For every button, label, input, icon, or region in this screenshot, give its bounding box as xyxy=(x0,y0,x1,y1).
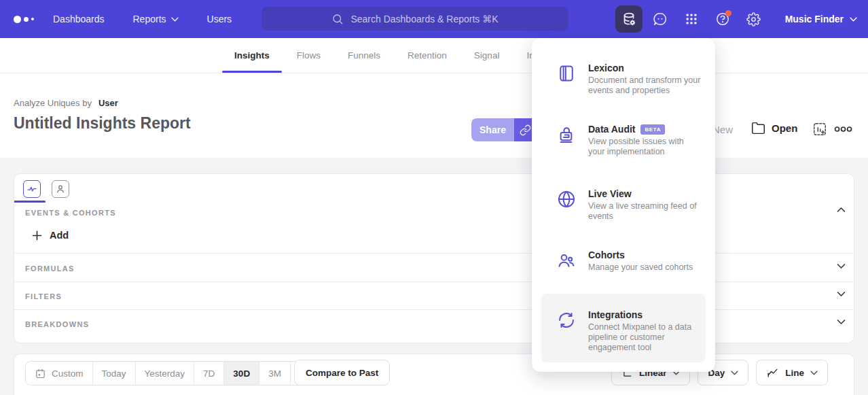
project-switcher[interactable]: Music Finder xyxy=(785,14,857,24)
menu-item-title: Lexicon xyxy=(588,63,701,73)
compare-to-past-button[interactable]: Compare to Past xyxy=(294,360,390,385)
query-builder-card: EVENTS & COHORTS Add FORMULAS FILTERS BR… xyxy=(14,173,854,343)
metrics-chart-icon xyxy=(26,183,38,195)
chevron-down-icon xyxy=(837,291,846,297)
nav-reports[interactable]: Reports xyxy=(133,14,179,24)
audit-lock-icon xyxy=(557,124,576,157)
range-30d[interactable]: 30D xyxy=(224,362,259,385)
more-options-button[interactable] xyxy=(834,126,852,133)
menu-item-description: View possible issues with your implement… xyxy=(588,137,701,157)
nav-dashboards[interactable]: Dashboards xyxy=(53,14,105,24)
add-to-dashboard-button[interactable] xyxy=(812,122,827,137)
search-icon xyxy=(331,13,344,25)
help-button[interactable] xyxy=(709,5,736,33)
open-label: Open xyxy=(772,122,797,134)
plus-icon xyxy=(32,230,42,241)
range-custom[interactable]: Custom xyxy=(26,362,93,385)
more-dots-icon xyxy=(834,126,852,133)
formulas-header: FORMULAS xyxy=(25,264,75,273)
events-cohorts-header: EVENTS & COHORTS xyxy=(25,209,116,217)
person-icon xyxy=(54,183,67,195)
chevron-down-icon xyxy=(837,263,846,269)
menu-item-description: Manage your saved cohorts xyxy=(588,262,701,273)
menu-item-integrations[interactable]: Integrations Connect Mixpanel to a data … xyxy=(541,294,706,362)
search-placeholder: Search Dashboards & Reports ⌘K xyxy=(350,14,498,24)
book-icon xyxy=(557,63,576,96)
menu-item-title: Cohorts xyxy=(588,250,701,260)
collapse-events-button[interactable] xyxy=(837,207,846,213)
menu-item-description: View a live streaming feed of events xyxy=(588,201,701,222)
menu-item-title: Integrations xyxy=(588,309,701,320)
analyze-prefix: Analyze Uniques by xyxy=(14,98,92,108)
settings-button[interactable] xyxy=(740,5,767,33)
mixpanel-logo[interactable] xyxy=(14,12,38,26)
filters-header: FILTERS xyxy=(25,292,62,300)
apps-grid-button[interactable] xyxy=(678,5,705,33)
profiles-tab[interactable] xyxy=(52,180,69,198)
menu-item-description: Connect Mixpanel to a data pipeline or c… xyxy=(588,322,701,353)
report-header: Analyze Uniques by User Untitled Insight… xyxy=(0,73,868,158)
metrics-tab[interactable] xyxy=(23,180,41,198)
chart-type-select[interactable]: Line xyxy=(756,360,828,385)
open-report-button[interactable]: Open xyxy=(751,121,797,135)
page-title[interactable]: Untitled Insights Report xyxy=(14,114,191,133)
range-7d[interactable]: 7D xyxy=(194,362,224,385)
tab-insights[interactable]: Insights xyxy=(234,38,270,73)
range-today[interactable]: Today xyxy=(93,362,136,385)
add-label: Add xyxy=(50,230,69,241)
beta-badge: BETA xyxy=(640,124,665,135)
divider xyxy=(14,253,854,254)
project-name: Music Finder xyxy=(785,14,844,24)
menu-item-data-audit[interactable]: Data Audit BETA View possible issues wit… xyxy=(541,124,706,157)
tab-funnels[interactable]: Funnels xyxy=(348,38,380,73)
chart-toolbar-card: Custom Today Yesterday 7D 30D 3M 6M 12M … xyxy=(14,354,854,395)
analyze-entity-selector[interactable]: User xyxy=(98,98,118,108)
divider xyxy=(14,281,854,282)
line-chart-icon xyxy=(766,366,779,379)
range-yesterday[interactable]: Yesterday xyxy=(136,362,195,385)
divider xyxy=(14,309,854,310)
menu-item-cohorts[interactable]: Cohorts Manage your saved cohorts xyxy=(541,250,706,273)
tab-signal[interactable]: Signal xyxy=(474,38,500,73)
primary-nav: Dashboards Reports Users xyxy=(53,0,232,38)
menu-item-lexicon[interactable]: Lexicon Document and transform your even… xyxy=(541,63,706,96)
chat-bubble-icon xyxy=(653,12,668,27)
share-button[interactable]: Share xyxy=(471,118,514,141)
gear-icon xyxy=(746,12,761,27)
nav-users[interactable]: Users xyxy=(207,14,232,24)
data-management-menu: Lexicon Document and transform your even… xyxy=(532,38,715,372)
range-3m[interactable]: 3M xyxy=(259,362,291,385)
tab-retention[interactable]: Retention xyxy=(408,38,447,73)
calendar-icon xyxy=(35,368,46,379)
integrations-sync-icon xyxy=(557,309,576,362)
chevron-up-icon xyxy=(837,207,846,213)
menu-item-live-view[interactable]: Live View View a live streaming feed of … xyxy=(541,188,706,222)
cohorts-people-icon xyxy=(557,250,576,273)
add-chart-icon xyxy=(812,122,827,137)
menu-item-title: Live View xyxy=(588,188,701,199)
expand-breakdowns-button[interactable] xyxy=(837,319,846,325)
folder-icon xyxy=(751,121,765,135)
tab-flows[interactable]: Flows xyxy=(297,38,321,73)
notification-dot xyxy=(725,10,731,16)
expand-formulas-button[interactable] xyxy=(837,263,846,269)
analyze-line: Analyze Uniques by User xyxy=(14,98,118,108)
chevron-down-icon xyxy=(837,319,846,325)
active-tab-underline xyxy=(14,201,46,203)
chevron-down-icon xyxy=(731,371,738,375)
menu-item-description: Document and transform your events and p… xyxy=(588,75,701,96)
app-root: Dashboards Reports Users Search Dashboar… xyxy=(0,0,868,395)
link-icon xyxy=(520,124,531,136)
chevron-down-icon xyxy=(810,371,818,375)
new-report-button[interactable]: New xyxy=(712,124,733,135)
chevron-down-icon xyxy=(850,17,857,22)
share-split-button: Share xyxy=(471,118,537,141)
add-event-button[interactable]: Add xyxy=(32,230,69,241)
search-input[interactable]: Search Dashboards & Reports ⌘K xyxy=(261,7,568,31)
feedback-button[interactable] xyxy=(647,5,674,33)
expand-filters-button[interactable] xyxy=(837,291,846,297)
menu-item-title: Data Audit BETA xyxy=(588,124,701,135)
top-navbar: Dashboards Reports Users Search Dashboar… xyxy=(0,0,868,38)
report-tabbar: Insights Flows Funnels Retention Signal … xyxy=(0,38,868,73)
data-management-button[interactable] xyxy=(615,5,643,33)
